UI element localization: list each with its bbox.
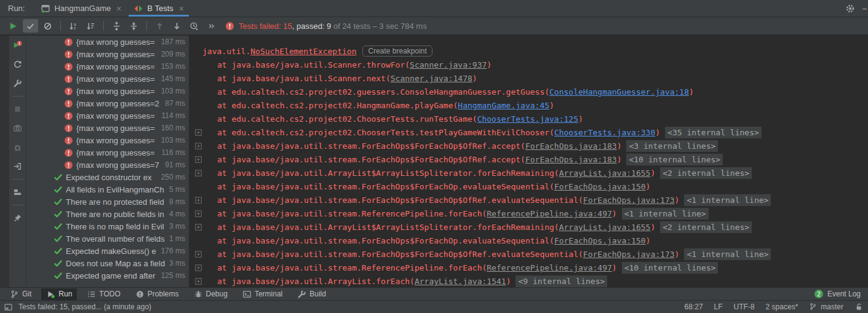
indent-style[interactable]: 2 spaces* <box>766 303 798 311</box>
stack-frame-link[interactable]: ChooserTests.java:330 <box>554 128 655 137</box>
thread-dump-button[interactable] <box>10 121 25 135</box>
stack-frame-link[interactable]: ForEachOps.java:183 <box>525 141 617 151</box>
test-result-row[interactable]: Expected constructor ex250 ms <box>26 171 189 183</box>
test-result-row[interactable]: {max wrong guesses=116 ms <box>26 146 189 159</box>
settings-gear-icon[interactable] <box>845 4 855 14</box>
stack-frame-link[interactable]: ReferencePipeline.java:497 <box>487 263 612 272</box>
rerun-failed-tests-button[interactable] <box>10 38 25 52</box>
sort-alphabetically-button[interactable]: az <box>66 19 81 33</box>
expand-frames-icon[interactable] <box>195 210 202 217</box>
stack-trace-console[interactable]: java.util.NoSuchElementExceptionCreate b… <box>190 36 868 287</box>
test-name: {max wrong guesses= <box>76 74 159 84</box>
run-tool-window-tabbar: Run: HangmanGame × B Tests × – <box>0 0 868 17</box>
toolwindow-git-button[interactable]: Git <box>5 288 36 300</box>
stack-frame-link[interactable]: ArrayList.java:1655 <box>559 223 651 232</box>
test-runner-settings-button[interactable] <box>10 76 25 90</box>
file-encoding[interactable]: UTF-8 <box>734 303 755 311</box>
expand-frames-icon[interactable] <box>195 251 202 258</box>
exception-class-link[interactable]: NoSuchElementException <box>250 47 356 56</box>
test-result-row[interactable]: {max wrong guesses=187 ms <box>26 36 189 48</box>
toolwindow-problems-button[interactable]: Problems <box>130 288 184 300</box>
close-icon[interactable]: × <box>116 4 121 13</box>
test-duration: 3 ms <box>167 259 189 267</box>
toolwindow-todo-button[interactable]: TODO <box>82 288 125 300</box>
stop-button[interactable] <box>10 102 25 116</box>
test-result-row[interactable]: The overall number of fields1 ms <box>26 232 189 245</box>
create-breakpoint-button[interactable]: Create breakpoint <box>362 46 432 57</box>
notification-count-badge[interactable]: 2 <box>814 290 823 298</box>
rerun-tests-button[interactable] <box>6 19 21 33</box>
stack-frame-link[interactable]: ForEachOps.java:150 <box>554 182 646 191</box>
stack-frame-link[interactable]: ArrayList.java:1655 <box>559 168 651 178</box>
expand-frames-icon[interactable] <box>195 197 202 204</box>
stack-frame-link[interactable]: ForEachOps.java:183 <box>525 155 617 164</box>
git-branch-widget[interactable]: master <box>809 303 843 311</box>
test-result-row[interactable]: {max wrong guesses=153 ms <box>26 60 189 73</box>
status-message[interactable]: Tests failed: 15, passed... (a minute ag… <box>18 303 151 311</box>
expand-frames-icon[interactable] <box>195 224 202 231</box>
test-result-row[interactable]: {max wrong guesses=145 ms <box>26 73 189 85</box>
stack-frame-link[interactable]: ForEachOps.java:173 <box>583 196 675 205</box>
test-result-row[interactable]: There is no map field in Evil3 ms <box>26 220 189 232</box>
test-result-row[interactable]: {max wrong guesses=287 ms <box>26 97 189 109</box>
test-result-row[interactable]: Expected game end after125 ms <box>26 269 189 282</box>
expand-frames-icon[interactable] <box>195 156 202 163</box>
test-result-row[interactable]: All fields in EvilHangmanCh5 ms <box>26 183 189 196</box>
stack-frame-link[interactable]: ConsoleHangmanGuesser.java:18 <box>549 87 689 97</box>
stack-frame-link[interactable]: ReferencePipeline.java:497 <box>487 209 612 218</box>
stack-frame-link[interactable]: ForEachOps.java:173 <box>583 250 675 259</box>
stack-frame-link[interactable]: HangmanGame.java:45 <box>458 101 549 110</box>
restore-layout-button[interactable] <box>10 185 25 199</box>
toolwindow-switcher-icon[interactable] <box>4 303 13 312</box>
line-separator[interactable]: LF <box>714 303 723 311</box>
test-result-row[interactable]: There are no protected field8 ms <box>26 196 189 208</box>
test-name: {max wrong guesses= <box>76 62 159 71</box>
toolwindow-run-button[interactable]: Run <box>41 288 77 300</box>
stack-frame-link[interactable]: Scanner.java:1478 <box>391 74 472 83</box>
expand-frames-icon[interactable] <box>195 143 202 149</box>
test-result-row[interactable]: {max wrong guesses=160 ms <box>26 122 189 134</box>
test-result-row[interactable]: {max wrong guesses=103 ms <box>26 85 189 97</box>
test-duration: 187 ms <box>159 38 189 46</box>
hide-toolwindow-icon[interactable]: – <box>862 4 867 13</box>
lock-indicator[interactable] <box>854 303 863 311</box>
test-result-row[interactable]: {max wrong guesses=791 ms <box>26 159 189 171</box>
stack-frame-link[interactable]: ForEachOps.java:150 <box>554 236 646 245</box>
sort-by-duration-button[interactable] <box>83 19 98 33</box>
event-log-button[interactable]: Event Log <box>827 290 861 298</box>
test-result-row[interactable]: Expected makeGuess() e176 ms <box>26 245 189 257</box>
toolwindow-terminal-button[interactable]: Terminal <box>237 288 287 300</box>
expand-frames-icon[interactable] <box>195 264 202 271</box>
status-widget-text: 68:27 <box>685 303 703 311</box>
stack-frame-link[interactable]: ChooserTests.java:125 <box>477 114 578 124</box>
test-result-row[interactable]: {max wrong guesses=103 ms <box>26 134 189 146</box>
stack-frame-link[interactable]: Scanner.java:937 <box>410 60 487 69</box>
caret-position[interactable]: 68:27 <box>685 303 703 311</box>
collapse-all-button[interactable] <box>126 19 141 33</box>
close-icon[interactable]: × <box>179 4 184 13</box>
expand-frames-icon[interactable] <box>195 278 202 285</box>
previous-failed-test-button[interactable] <box>152 19 167 33</box>
tab-hangmangame[interactable]: HangmanGame × <box>34 0 127 17</box>
expand-frames-icon[interactable] <box>195 170 202 176</box>
tab-b-tests[interactable]: B Tests × <box>127 0 190 17</box>
profiler-button[interactable] <box>10 140 25 154</box>
stack-frame-link[interactable]: ArrayList.java:1541 <box>415 277 506 286</box>
more-actions-button[interactable] <box>204 19 219 33</box>
expand-frames-icon[interactable] <box>195 129 202 136</box>
test-result-row[interactable]: {max wrong guesses=209 ms <box>26 48 189 60</box>
pin-tab-button[interactable] <box>10 211 25 225</box>
toolwindow-debug-button[interactable]: Debug <box>189 288 233 300</box>
test-result-row[interactable]: {max wrong guesses=114 ms <box>26 109 189 122</box>
test-history-button[interactable] <box>186 19 202 33</box>
test-result-row[interactable]: There are no public fields in4 ms <box>26 208 189 220</box>
show-ignored-toggle[interactable] <box>40 19 55 33</box>
toolwindow-build-button[interactable]: Build <box>292 288 331 300</box>
expand-all-button[interactable] <box>109 19 124 33</box>
next-failed-test-button[interactable] <box>169 19 185 33</box>
rerun-button[interactable] <box>10 57 25 71</box>
attach-debugger-button[interactable] <box>10 159 25 173</box>
test-result-row[interactable]: Does not use Map as a field3 ms <box>26 257 189 269</box>
test-results-tree[interactable]: {max wrong guesses=187 ms{max wrong gues… <box>26 36 189 287</box>
show-passed-toggle[interactable] <box>23 19 38 33</box>
